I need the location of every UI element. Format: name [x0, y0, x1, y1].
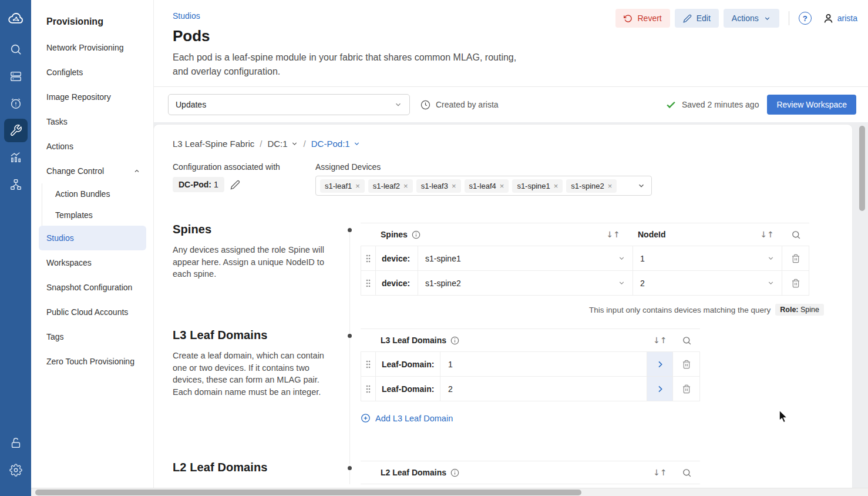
assigned-devices-label: Assigned Devices: [315, 162, 652, 172]
chevron-right-icon: [655, 360, 665, 369]
query-note-text: This input only contains devices matchin…: [589, 306, 771, 314]
remove-chip-icon[interactable]: ×: [452, 182, 456, 190]
breadcrumb-studios-link[interactable]: Studios: [173, 11, 200, 21]
drag-handle[interactable]: [361, 377, 376, 401]
created-by: Created by arista: [420, 100, 499, 110]
sort-icon[interactable]: ↓↑: [607, 230, 620, 239]
horizontal-scrollbar-track[interactable]: [31, 488, 868, 496]
search-icon[interactable]: [4, 38, 28, 61]
dashboards-metrics-icon[interactable]: [4, 146, 28, 169]
sort-icon[interactable]: ↓↑: [653, 468, 667, 477]
sidebar-item-action-bundles[interactable]: Action Bundles: [55, 183, 146, 205]
lock-open-icon[interactable]: [4, 431, 28, 455]
page-description: Each pod is a leaf-spine module in your …: [173, 51, 531, 79]
remove-chip-icon[interactable]: ×: [554, 182, 559, 190]
sort-icon[interactable]: ↓↑: [653, 336, 667, 345]
open-domain-button[interactable]: [647, 377, 673, 401]
sidebar-item-snapshot-configuration[interactable]: Snapshot Configuration: [39, 275, 146, 300]
settings-gear-icon[interactable]: [4, 458, 28, 482]
info-icon[interactable]: [412, 230, 420, 239]
breadcrumb-fabric[interactable]: L3 Leaf-Spine Fabric: [173, 139, 254, 149]
row-key-label: Leaf-Domain:: [376, 352, 440, 376]
chevron-down-icon[interactable]: [637, 182, 645, 190]
trash-icon: [791, 254, 800, 263]
sidebar-item-configlets[interactable]: Configlets: [39, 60, 146, 85]
delete-row-button[interactable]: [673, 352, 700, 376]
role-tag-value: Spine: [800, 306, 819, 314]
chevron-down-icon: [618, 254, 625, 262]
edit-label: Edit: [697, 14, 711, 23]
search-icon[interactable]: [682, 468, 692, 478]
content-background: L3 Leaf-Spine Fabric / DC:1 / DC-Pod:1 C…: [154, 122, 868, 496]
delete-row-button[interactable]: [673, 377, 700, 401]
cloudvision-logo-icon[interactable]: [4, 7, 28, 31]
edit-pencil-icon[interactable]: [230, 180, 240, 190]
sidebar-item-zero-touch-provisioning[interactable]: Zero Touch Provisioning: [39, 349, 146, 374]
devices-icon[interactable]: [4, 65, 28, 88]
remove-chip-icon[interactable]: ×: [355, 182, 360, 190]
assigned-devices-input[interactable]: s1-leaf1× s1-leaf2× s1-leaf3× s1-leaf4× …: [315, 176, 652, 196]
sidebar-item-studios[interactable]: Studios: [39, 226, 146, 250]
remove-chip-icon[interactable]: ×: [403, 182, 408, 190]
horizontal-scrollbar-thumb[interactable]: [35, 490, 581, 495]
spines-table: Spines ↓↑ NodeId ↓↑: [361, 223, 809, 296]
spines-query-note: This input only contains devices matchin…: [361, 304, 824, 316]
edit-button[interactable]: Edit: [675, 9, 719, 28]
delete-row-button[interactable]: [782, 271, 809, 295]
trash-icon: [682, 384, 691, 394]
provisioning-wrench-icon[interactable]: [4, 119, 28, 142]
pencil-icon: [683, 14, 692, 23]
info-icon[interactable]: [450, 336, 459, 345]
sidebar-item-actions[interactable]: Actions: [39, 134, 146, 159]
topology-icon[interactable]: [4, 173, 28, 196]
remove-chip-icon[interactable]: ×: [500, 182, 504, 190]
device-chip-label: s1-leaf4: [469, 182, 496, 190]
info-icon[interactable]: [450, 468, 459, 477]
sidebar-item-workspaces[interactable]: Workspaces: [39, 250, 146, 275]
add-l3-leaf-domain-button[interactable]: Add L3 Leaf Domain: [361, 413, 700, 423]
sidebar-item-image-repository[interactable]: Image Repository: [39, 85, 146, 109]
device-select[interactable]: s1-spine1: [418, 246, 633, 270]
chevron-up-icon: [133, 167, 140, 175]
breadcrumb-dc-label: DC:1: [267, 139, 287, 149]
domain-value[interactable]: 2: [440, 377, 647, 401]
role-spine-tag: Role: Spine: [775, 304, 824, 316]
vertical-scrollbar-thumb[interactable]: [859, 126, 865, 211]
nodeid-select[interactable]: 2: [633, 271, 782, 295]
sidebar-item-network-provisioning[interactable]: Network Provisioning: [39, 35, 146, 60]
sidebar-item-templates[interactable]: Templates: [55, 205, 146, 226]
row-key-label: Leaf-Domain:: [376, 377, 440, 401]
events-alarm-icon[interactable]: [4, 92, 28, 115]
remove-chip-icon[interactable]: ×: [608, 182, 613, 190]
domain-value[interactable]: 1: [440, 352, 647, 376]
sort-icon[interactable]: ↓↑: [761, 230, 774, 239]
actions-menu-button[interactable]: Actions: [724, 9, 779, 28]
sidebar-item-tasks[interactable]: Tasks: [39, 109, 146, 134]
device-chip: s1-leaf2×: [368, 179, 413, 193]
delete-row-button[interactable]: [782, 246, 809, 270]
drag-handle[interactable]: [361, 352, 376, 376]
breadcrumb-dc-dropdown[interactable]: DC:1: [267, 139, 298, 149]
revert-button[interactable]: Revert: [615, 9, 669, 28]
nodeid-select[interactable]: 1: [633, 246, 782, 270]
open-domain-button[interactable]: [647, 352, 673, 376]
sidebar-item-tags[interactable]: Tags: [39, 324, 146, 349]
sidebar: Provisioning Network Provisioning Config…: [31, 0, 154, 496]
drag-handle[interactable]: [361, 271, 376, 295]
help-icon[interactable]: ?: [799, 12, 812, 25]
section-anchor: [330, 329, 361, 423]
user-menu[interactable]: arista: [822, 12, 857, 25]
review-workspace-button[interactable]: Review Workspace: [767, 95, 856, 115]
header-actions: Revert Edit Actions ? arista: [615, 9, 857, 28]
device-chip-label: s1-spine2: [571, 182, 604, 190]
device-select[interactable]: s1-spine2: [418, 271, 633, 295]
search-icon[interactable]: [682, 336, 692, 346]
sidebar-item-public-cloud-accounts[interactable]: Public Cloud Accounts: [39, 300, 146, 324]
device-select-value: s1-spine2: [425, 279, 461, 288]
sidebar-item-change-control[interactable]: Change Control: [39, 159, 146, 183]
search-icon[interactable]: [791, 230, 801, 240]
workspace-select[interactable]: Updates: [168, 94, 410, 115]
breadcrumb-pod-dropdown[interactable]: DC-Pod:1: [311, 139, 361, 149]
drag-handle[interactable]: [361, 246, 376, 270]
nodeid-column-title: NodeId: [638, 230, 665, 239]
